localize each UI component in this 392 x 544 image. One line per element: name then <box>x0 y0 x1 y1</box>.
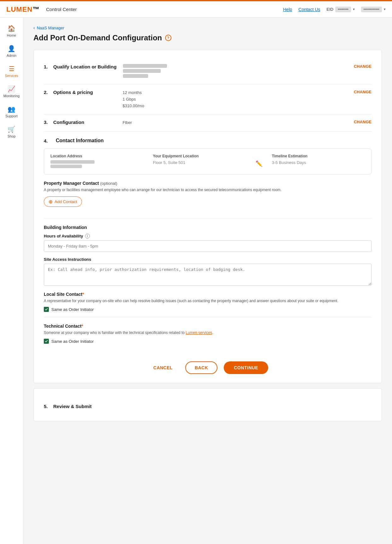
add-contact-plus-icon: ⊕ <box>49 199 53 205</box>
technical-checkbox[interactable] <box>44 339 49 344</box>
step-4-title: Contact Information <box>56 138 104 143</box>
configuration-card: 1. Qualify Location or Building CHANGE 2… <box>33 50 382 383</box>
account-block: •••••••••••• ▾ <box>361 7 386 12</box>
step-5-row: 5. Review & Submit <box>44 397 372 412</box>
step-3-change-button[interactable]: CHANGE <box>354 120 372 124</box>
support-icon: 👥 <box>8 105 15 113</box>
help-question-icon: ? <box>167 36 170 40</box>
sidebar-label-admin: Admin <box>7 54 16 57</box>
building-info-title: Building Information <box>44 225 372 230</box>
admin-icon: 👤 <box>8 45 15 52</box>
step-3-details: Fiber <box>123 120 354 126</box>
home-icon: 🏠 <box>8 25 15 32</box>
step-1-blurred-line2 <box>123 69 161 73</box>
eid-block: EID •••••••• ▾ <box>326 7 355 12</box>
breadcrumb-arrow-icon: ‹ <box>33 25 35 30</box>
shop-icon: 🛒 <box>8 126 15 133</box>
breadcrumb-label[interactable]: NaaS Manager <box>37 26 64 30</box>
hours-label: Hours of Availability i <box>44 234 372 238</box>
step-5-card: 5. Review & Submit <box>33 388 382 421</box>
edit-equipment-button[interactable]: ✏️ <box>256 160 262 167</box>
site-access-label: Site Access Instructions <box>44 257 372 262</box>
technical-checkmark-icon <box>45 340 48 343</box>
technical-contact-desc: Someone at your company who is familiar … <box>44 330 372 336</box>
sidebar-item-services[interactable]: ☰ Services <box>0 61 23 81</box>
local-site-checkbox-row: Same as Order Initiator <box>44 307 372 312</box>
app-name: Control Center <box>46 7 77 12</box>
local-site-checkbox[interactable] <box>44 307 49 312</box>
local-site-title: Local Site Contact* <box>44 292 372 297</box>
lumen-services-link[interactable]: Lumen services <box>186 330 212 335</box>
location-address-blurred1 <box>50 160 95 164</box>
step-1-change-button[interactable]: CHANGE <box>354 64 372 69</box>
account-dropdown-icon[interactable]: ▾ <box>384 7 386 11</box>
timeline-col: Timeline Estimation 3-5 Business Days <box>272 154 365 165</box>
step-2-detail-line3: $310.00/mo <box>123 103 354 109</box>
property-manager-title: Property Manager Contact (optional) <box>44 181 372 186</box>
sidebar-label-home: Home <box>7 33 16 37</box>
step-2-title: Options & pricing <box>53 90 116 95</box>
step-2-detail-line2: 1 Gbps <box>123 96 354 103</box>
continue-button[interactable]: CONTINUE <box>224 361 268 374</box>
page-title-text: Add Port On-Demand Configuration <box>33 33 162 42</box>
step-2-detail-line1: 12 months <box>123 90 354 96</box>
property-manager-desc: A property or facilities management empl… <box>44 187 372 193</box>
step-5-number: 5. <box>44 404 51 409</box>
top-bar: LUMEN™ Control Center Help Contact Us EI… <box>0 0 392 18</box>
step-1-row: 1. Qualify Location or Building CHANGE <box>44 59 372 85</box>
sidebar-item-monitoring[interactable]: 📈 Monitoring <box>0 81 23 102</box>
step-2-change-button[interactable]: CHANGE <box>354 90 372 94</box>
contact-us-link[interactable]: Contact Us <box>298 7 320 12</box>
back-button[interactable]: BACK <box>185 361 217 374</box>
technical-contact-section: Technical Contact* Someone at your compa… <box>44 324 372 349</box>
help-icon-circle[interactable]: ? <box>165 35 171 41</box>
services-icon: ☰ <box>9 65 14 73</box>
eid-label: EID <box>326 7 333 12</box>
sidebar-label-shop: Shop <box>8 134 16 138</box>
sidebar-item-admin[interactable]: 👤 Admin <box>0 41 23 61</box>
page-title: Add Port On-Demand Configuration ? <box>33 33 382 42</box>
sidebar-item-home[interactable]: 🏠 Home <box>0 21 23 41</box>
sidebar-item-support[interactable]: 👥 Support <box>0 102 23 122</box>
technical-checkbox-label: Same as Order Initiator <box>51 339 94 344</box>
sidebar-item-shop[interactable]: 🛒 Shop <box>0 122 23 142</box>
top-nav: Help Contact Us EID •••••••• ▾ •••••••••… <box>283 7 386 12</box>
local-site-required: * <box>82 292 84 297</box>
location-address-label: Location Address <box>50 154 143 158</box>
contact-info-box: Location Address Your Equipment Location… <box>44 149 372 174</box>
step-3-row: 3. Configuration Fiber CHANGE <box>44 114 372 132</box>
account-value: •••••••••••• <box>361 7 382 12</box>
timeline-value: 3-5 Business Days <box>272 160 365 165</box>
step-1-blurred-line1 <box>123 64 167 68</box>
location-address-col: Location Address <box>50 154 143 169</box>
hours-input[interactable] <box>44 240 372 252</box>
step-2-number: 2. <box>44 90 51 95</box>
main-content: ‹ NaaS Manager Add Port On-Demand Config… <box>23 18 392 544</box>
step-2-row: 2. Options & pricing 12 months 1 Gbps $3… <box>44 85 372 114</box>
cancel-button[interactable]: CANCEL <box>147 362 179 373</box>
step-2-details: 12 months 1 Gbps $310.00/mo <box>123 90 354 109</box>
step-1-number: 1. <box>44 64 51 69</box>
action-buttons: CANCEL BACK CONTINUE <box>44 356 372 374</box>
add-contact-button[interactable]: ⊕ Add Contact <box>44 196 82 207</box>
breadcrumb[interactable]: ‹ NaaS Manager <box>33 25 382 30</box>
local-site-checkbox-label: Same as Order Initiator <box>51 307 94 312</box>
building-info-section: Building Information Hours of Availabili… <box>44 225 372 292</box>
step-4-heading-row: 4. Contact Information Location Address … <box>44 132 372 374</box>
step-1-blurred-line3 <box>123 74 148 78</box>
step-1-details <box>123 64 354 79</box>
checkmark-icon <box>45 308 48 311</box>
sidebar: 🏠 Home 👤 Admin ☰ Services 📈 Monitoring 👥… <box>0 18 23 544</box>
logo: LUMEN™ <box>6 5 40 14</box>
property-manager-section: Property Manager Contact (optional) A pr… <box>44 181 372 219</box>
step-1-title: Qualify Location or Building <box>53 64 117 69</box>
local-site-section: Local Site Contact* A representative for… <box>44 292 372 317</box>
eid-value: •••••••• <box>335 7 351 12</box>
sidebar-label-monitoring: Monitoring <box>3 94 20 98</box>
sidebar-label-support: Support <box>5 114 18 118</box>
hours-info-icon[interactable]: i <box>85 234 90 238</box>
help-link[interactable]: Help <box>283 7 292 12</box>
eid-dropdown-icon[interactable]: ▾ <box>353 7 355 11</box>
site-access-textarea[interactable] <box>44 264 372 286</box>
technical-required: * <box>82 324 83 329</box>
